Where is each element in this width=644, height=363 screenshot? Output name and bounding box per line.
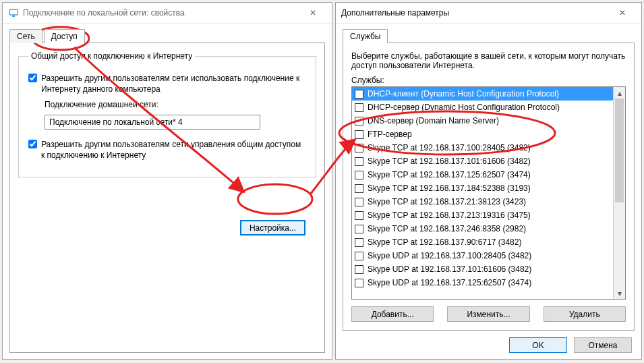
tabs: Сеть Доступ <box>9 28 325 43</box>
services-instruction: Выберите службы, работающие в вашей сети… <box>351 51 626 70</box>
scroll-track[interactable] <box>614 99 625 287</box>
service-label: DNS-сервер (Domain Name Server) <box>368 116 499 125</box>
svg-rect-0 <box>9 9 18 15</box>
service-item[interactable]: Skype TCP at 192.168.137.213:19316 (3475… <box>352 208 613 222</box>
settings-button[interactable]: Настройка... <box>240 220 305 235</box>
home-connection-label: Подключение домашней сети: <box>45 100 306 109</box>
scroll-down-icon[interactable]: ▾ <box>614 287 625 299</box>
tabs-advanced: Службы <box>343 28 635 43</box>
service-item[interactable]: Skype TCP at 192.168.137.100:28405 (3482… <box>352 141 613 155</box>
title-advanced: Дополнительные параметры <box>341 8 609 18</box>
service-checkbox[interactable] <box>355 90 363 99</box>
allow-connection-label: Разрешить другим пользователям сети испо… <box>41 73 306 94</box>
service-item[interactable]: DHCP-клиент (Dynamic Host Configuration … <box>352 87 613 101</box>
service-item[interactable]: ✓DNS-сервер (Domain Name Server) <box>352 114 613 128</box>
lan-properties-dialog: Подключение по локальной сети: свойства … <box>2 2 332 360</box>
service-label: Skype UDP at 192.168.137.125:62507 (3474… <box>368 278 531 287</box>
service-checkbox[interactable] <box>355 252 363 260</box>
services-listbox[interactable]: DHCP-клиент (Dynamic Host Configuration … <box>351 86 626 300</box>
tab-page-access: Общий доступ к подключению к Интернету Р… <box>9 43 325 353</box>
service-checkbox[interactable] <box>355 211 363 220</box>
service-checkbox[interactable]: ✓ <box>355 117 363 125</box>
service-label: Skype TCP at 192.168.137.100:28405 (3482… <box>368 143 531 152</box>
service-item[interactable]: DHCP-сервер (Dynamic Host Configuration … <box>352 101 613 114</box>
service-checkbox[interactable] <box>355 130 363 139</box>
service-checkbox[interactable] <box>355 144 363 152</box>
delete-button[interactable]: Удалить <box>544 306 626 322</box>
scroll-up-icon[interactable]: ▴ <box>614 87 625 99</box>
title-text: Подключение по локальной сети: свойства <box>23 8 299 18</box>
service-checkbox[interactable] <box>355 171 363 179</box>
service-checkbox[interactable] <box>355 198 363 206</box>
service-label: Skype TCP at 192.168.137.21:38123 (3423) <box>368 197 526 206</box>
scroll-thumb[interactable] <box>615 99 624 202</box>
close-icon[interactable]: ✕ <box>609 3 636 22</box>
service-item[interactable]: Skype TCP at 192.168.137.184:52388 (3193… <box>352 182 613 195</box>
service-checkbox[interactable] <box>355 238 363 247</box>
advanced-settings-dialog: Дополнительные параметры ✕ Службы Выбери… <box>335 2 642 360</box>
service-label: Skype TCP at 192.168.137.213:19316 (3475… <box>368 211 531 220</box>
ics-group-title: Общий доступ к подключению к Интернету <box>28 51 195 61</box>
service-label: Skype TCP at 192.168.137.101:61606 (3482… <box>368 157 531 166</box>
tab-services[interactable]: Службы <box>343 29 388 43</box>
tab-access[interactable]: Доступ <box>44 29 85 43</box>
service-item[interactable]: Skype TCP at 192.168.137.101:61606 (3482… <box>352 155 613 168</box>
service-label: Skype TCP at 192.168.137.125:62507 (3474… <box>368 170 531 179</box>
service-checkbox[interactable] <box>355 157 363 166</box>
service-item[interactable]: Skype TCP at 192.168.137.246:8358 (2982) <box>352 222 613 235</box>
network-icon <box>8 7 19 18</box>
service-label: DHCP-клиент (Dynamic Host Configuration … <box>368 89 559 99</box>
allow-connection-input[interactable] <box>28 74 37 82</box>
close-icon[interactable]: ✕ <box>299 3 326 22</box>
svg-rect-1 <box>12 16 15 17</box>
service-checkbox[interactable] <box>355 279 363 287</box>
titlebar: Подключение по локальной сети: свойства … <box>3 3 332 24</box>
cancel-button[interactable]: Отмена <box>574 337 632 353</box>
ics-group: Общий доступ к подключению к Интернету Р… <box>18 51 316 177</box>
allow-connection-checkbox[interactable]: Разрешить другим пользователям сети испо… <box>28 73 306 94</box>
edit-button[interactable]: Изменить... <box>447 306 529 322</box>
service-label: Skype TCP at 192.168.137.90:6717 (3482) <box>368 238 521 247</box>
service-label: Skype UDP at 192.168.137.101:61606 (3482… <box>368 264 531 274</box>
add-button[interactable]: Добавить... <box>351 306 434 322</box>
service-item[interactable]: FTP-сервер <box>352 128 613 141</box>
service-item[interactable]: Skype TCP at 192.168.137.21:38123 (3423) <box>352 195 613 208</box>
allow-manage-checkbox[interactable]: Разрешить другим пользователям сети упра… <box>28 139 306 161</box>
service-item[interactable]: Skype TCP at 192.168.137.90:6717 (3482) <box>352 235 613 249</box>
tab-page-services: Выберите службы, работающие в вашей сети… <box>343 43 635 331</box>
service-checkbox[interactable] <box>355 103 363 112</box>
allow-manage-label: Разрешить другим пользователям сети упра… <box>41 139 306 161</box>
scrollbar[interactable]: ▴ ▾ <box>613 87 625 299</box>
services-label: Службы: <box>351 76 626 85</box>
service-label: FTP-сервер <box>368 130 412 139</box>
home-connection-input[interactable] <box>45 115 260 130</box>
service-item[interactable]: Skype UDP at 192.168.137.125:62507 (3474… <box>352 276 613 289</box>
service-checkbox[interactable] <box>355 265 363 274</box>
service-item[interactable]: Skype UDP at 192.168.137.100:28405 (3482… <box>352 249 613 262</box>
service-label: Skype TCP at 192.168.137.246:8358 (2982) <box>368 224 526 233</box>
service-checkbox[interactable] <box>355 225 363 233</box>
titlebar-advanced: Дополнительные параметры ✕ <box>336 3 641 24</box>
service-label: Skype UDP at 192.168.137.100:28405 (3482… <box>368 251 531 260</box>
service-checkbox[interactable] <box>355 184 363 193</box>
service-label: DHCP-сервер (Dynamic Host Configuration … <box>368 103 560 112</box>
tab-network[interactable]: Сеть <box>9 29 42 43</box>
service-item[interactable]: Skype UDP at 192.168.137.101:61606 (3482… <box>352 262 613 276</box>
ok-button[interactable]: OK <box>509 337 567 353</box>
allow-manage-input[interactable] <box>28 140 37 148</box>
service-label: Skype TCP at 192.168.137.184:52388 (3193… <box>368 184 531 193</box>
service-item[interactable]: Skype TCP at 192.168.137.125:62507 (3474… <box>352 168 613 182</box>
